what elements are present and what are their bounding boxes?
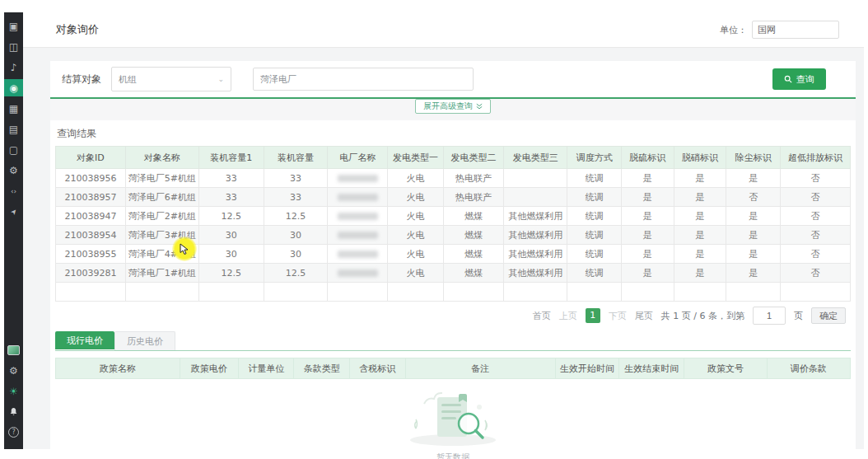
- table-cell: 燃煤: [443, 226, 503, 245]
- question-icon: ?: [8, 427, 19, 438]
- table-cell: 统调: [567, 188, 622, 207]
- sidebar-item-note[interactable]: ♪: [4, 59, 23, 76]
- sidebar: ▣◫♪◉▦▤▢⚙‹›➤ ⚙ ☀ ?: [4, 12, 23, 449]
- price-column-header: 备注: [405, 358, 555, 379]
- code-icon: ‹›: [11, 187, 16, 195]
- pagination: 首页 上页 1 下页 尾页 共 1 页 / 6 条，到第 页 确定: [55, 307, 846, 325]
- tab-history-price[interactable]: 历史电价: [114, 331, 175, 350]
- table-cell: 火电: [388, 207, 444, 226]
- no-data-label: 暂无数据: [436, 452, 469, 459]
- table-cell: 统调: [567, 207, 622, 226]
- table-cell: 菏泽电厂6#机组: [125, 188, 198, 207]
- object-type-select[interactable]: 机组 ⌄: [111, 67, 231, 91]
- query-button-label: 查询: [796, 73, 814, 86]
- unit-input[interactable]: [752, 21, 839, 39]
- table-cell: [327, 188, 387, 207]
- sidebar-item-pin[interactable]: ➤: [4, 203, 23, 220]
- table-cell: 210039281: [56, 264, 126, 283]
- table-cell: 是: [726, 264, 781, 283]
- folder-icon: ◫: [9, 41, 18, 53]
- results-column-header: 调度方式: [567, 147, 622, 169]
- table-cell: 210038954: [56, 226, 126, 245]
- table-row[interactable]: 210038956菏泽电厂5#机组3333火电热电联产统调是是是否: [56, 169, 851, 188]
- pin-icon: ➤: [8, 206, 19, 216]
- table-cell: 是: [726, 226, 781, 245]
- results-column-header: 脱硫标识: [621, 147, 674, 169]
- table-cell: 火电: [388, 264, 444, 283]
- table-cell: 是: [621, 264, 674, 283]
- sidebar-item-code[interactable]: ‹›: [4, 182, 23, 199]
- table-cell: 33: [264, 169, 327, 188]
- sidebar-item-theme[interactable]: ☀: [4, 382, 23, 400]
- page-next-link[interactable]: 下页: [609, 310, 627, 322]
- page-current[interactable]: 1: [586, 308, 600, 323]
- redacted-plant-name: [338, 251, 378, 258]
- table-row[interactable]: 210038955菏泽电厂4#机组3030火电燃煤其他燃煤利用统调是是是否: [56, 245, 851, 264]
- page-jump-input[interactable]: [753, 307, 786, 325]
- page-title: 对象询价: [56, 22, 99, 37]
- table-cell: 是: [674, 188, 726, 207]
- inquiry-module-icon: ◉: [9, 82, 17, 94]
- table-cell: 热电联产: [443, 169, 503, 188]
- advanced-toggle-button[interactable]: 展开高级查询: [415, 99, 491, 114]
- sidebar-item-inquiry-module[interactable]: ◉: [4, 79, 23, 96]
- table-row[interactable]: 210038957菏泽电厂6#机组3333火电热电联产统调是是否否: [56, 188, 851, 207]
- settlement-object-label: 结算对象: [62, 73, 101, 87]
- page-first-link[interactable]: 首页: [533, 310, 551, 322]
- sidebar-item-gear[interactable]: ⚙: [4, 162, 23, 179]
- page-last-link[interactable]: 尾页: [635, 310, 653, 322]
- price-column-header: 含税标识: [350, 358, 406, 379]
- sidebar-item-screenshot[interactable]: [4, 341, 23, 358]
- price-column-header: 政策文号: [684, 358, 767, 379]
- report-icon: ▤: [9, 124, 18, 135]
- keyword-input[interactable]: [253, 68, 474, 91]
- archive-icon: ▢: [9, 144, 18, 156]
- sidebar-item-monitor[interactable]: ▣: [4, 17, 23, 35]
- table-cell: 是: [621, 245, 674, 264]
- no-data-illustration-icon: [399, 379, 506, 450]
- table-cell: 菏泽电厂1#机组: [125, 264, 198, 283]
- table-cell: 否: [780, 264, 850, 283]
- table-cell: 是: [674, 245, 726, 264]
- page-confirm-button[interactable]: 确定: [811, 307, 846, 324]
- empty-state: 暂无数据: [55, 379, 851, 459]
- sidebar-item-archive[interactable]: ▢: [4, 141, 23, 158]
- price-column-header: 政策名称: [56, 358, 180, 379]
- tab-current-price[interactable]: 现行电价: [55, 331, 114, 349]
- note-icon: ♪: [11, 62, 17, 73]
- sidebar-item-settings[interactable]: ⚙: [4, 362, 23, 379]
- search-icon: [784, 75, 792, 83]
- sidebar-item-table[interactable]: ▦: [4, 100, 23, 117]
- sidebar-item-notifications[interactable]: [4, 403, 23, 420]
- table-cell: 33: [198, 169, 264, 188]
- table-cell: 火电: [388, 169, 444, 188]
- table-cell: 否: [780, 169, 850, 188]
- sidebar-item-help[interactable]: ?: [4, 424, 23, 441]
- redacted-plant-name: [338, 194, 378, 201]
- query-button[interactable]: 查询: [772, 68, 826, 90]
- table-cell: 燃煤: [443, 245, 503, 264]
- table-cell: [125, 283, 198, 302]
- table-cell: 是: [621, 207, 674, 226]
- sidebar-item-report[interactable]: ▤: [4, 120, 23, 138]
- table-row[interactable]: 210038954菏泽电厂3#机组3030火电燃煤其他燃煤利用统调是是是否: [56, 226, 851, 245]
- table-cell: 燃煤: [443, 264, 503, 283]
- sidebar-item-folder[interactable]: ◫: [4, 38, 23, 55]
- page-prev-link[interactable]: 上页: [559, 310, 577, 322]
- table-cell: [621, 283, 674, 302]
- table-row-empty: [56, 283, 851, 302]
- advanced-toggle-label: 展开高级查询: [423, 101, 473, 112]
- unit-label: 单位：: [720, 24, 747, 36]
- page-suffix-label: 页: [794, 310, 803, 322]
- table-cell: 12.5: [264, 264, 327, 283]
- table-row[interactable]: 210038947菏泽电厂2#机组12.512.5火电燃煤其他燃煤利用统调是是是…: [56, 207, 851, 226]
- content: 结算对象 机组 ⌄ 查询 展开高级查询: [23, 48, 864, 449]
- redacted-plant-name: [338, 232, 378, 239]
- table-cell: [504, 169, 567, 188]
- table-cell: 其他燃煤利用: [504, 264, 567, 283]
- table-cell: 其他燃煤利用: [504, 207, 567, 226]
- app-window: ▣◫♪◉▦▤▢⚙‹›➤ ⚙ ☀ ? 对象询价 单位： 结算对象 机组 ⌄: [4, 12, 864, 449]
- table-cell: 30: [198, 245, 264, 264]
- main-area: 对象询价 单位： 结算对象 机组 ⌄ 查询: [23, 12, 864, 449]
- table-row[interactable]: 210039281菏泽电厂1#机组12.512.5火电燃煤其他燃煤利用统调是是是…: [56, 264, 851, 283]
